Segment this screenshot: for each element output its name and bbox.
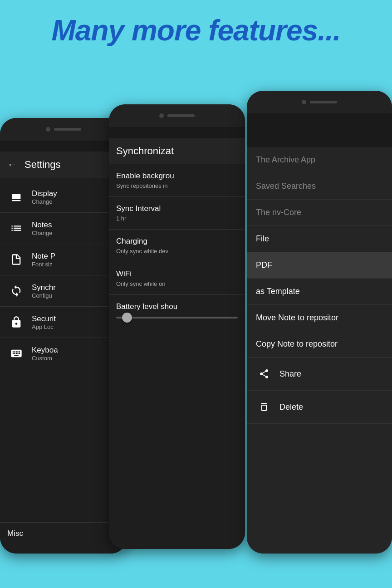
menu-item-move-note[interactable]: Move Note to repositor (247, 305, 392, 331)
misc-label: Misc (7, 529, 23, 538)
menu-item-archive-app[interactable]: The Archive App (247, 147, 392, 173)
phone2-status-bar (109, 127, 245, 138)
phone1-status-bar (0, 141, 127, 152)
sync-icon (7, 282, 25, 300)
copy-note-label: Copy Note to repositor (256, 339, 338, 349)
pdf-label: PDF (256, 260, 272, 270)
sync-list: Enable backgrou Sync repositories in Syn… (109, 164, 245, 326)
share-label: Share (279, 369, 301, 379)
settings-item-sync[interactable]: Synchr Configu (0, 275, 127, 307)
delete-label: Delete (279, 402, 303, 412)
settings-item-note-page[interactable]: Note P Font siz (0, 244, 127, 275)
security-sub: App Loc (32, 323, 120, 330)
phones-container: ← Settings Display Change (0, 91, 392, 588)
security-text: Securit App Loc (32, 314, 120, 330)
notes-text: Notes Change (32, 220, 120, 236)
keyboard-sub: Custom (32, 355, 120, 362)
sync-background-sub: Sync repositories in (116, 182, 238, 189)
sync-background-title: Enable backgrou (116, 172, 238, 181)
sync-interval-sub: 1 hr (116, 215, 238, 222)
sync-screen-title: Synchronizat (116, 145, 238, 157)
sync-wifi-title: WiFi (116, 270, 238, 279)
phone2-camera (159, 113, 164, 118)
notes-title: Notes (32, 220, 120, 230)
nv-core-label: The nv-Core (256, 208, 301, 217)
phone2-speaker (167, 114, 195, 117)
header-title: Many more features... (9, 14, 383, 47)
sync-title: Synchr (32, 283, 120, 292)
phone-settings: ← Settings Display Change (0, 118, 127, 554)
keyboard-title: Keyboa (32, 346, 120, 355)
sync-item-background[interactable]: Enable backgrou Sync repositories in (109, 164, 245, 197)
sync-header: Synchronizat (109, 138, 245, 164)
file-label: File (256, 234, 269, 244)
note-page-sub: Font siz (32, 261, 120, 268)
menu-item-template[interactable]: as Template (247, 279, 392, 305)
phone3-camera (302, 100, 306, 104)
menu-item-saved-searches[interactable]: Saved Searches (247, 173, 392, 200)
menu-item-pdf[interactable]: PDF (247, 252, 392, 279)
notes-icon (7, 219, 25, 237)
slider-thumb[interactable] (122, 313, 132, 323)
speaker-bar (54, 128, 81, 131)
camera-dot (46, 127, 50, 132)
settings-list: Display Change Notes Change (0, 178, 127, 373)
sync-interval-title: Sync Interval (116, 204, 238, 213)
menu-top-bar (247, 124, 392, 147)
display-icon (7, 188, 25, 206)
menu-item-nv-core[interactable]: The nv-Core (247, 200, 392, 226)
keyboard-icon (7, 344, 25, 363)
menu-item-delete[interactable]: Delete (247, 391, 392, 424)
settings-screen: ← Settings Display Change (0, 152, 127, 554)
menu-list: The Archive App Saved Searches The nv-Co… (247, 147, 392, 424)
sync-charging-title: Charging (116, 237, 238, 246)
display-sub: Change (32, 198, 120, 205)
sync-screen: Synchronizat Enable backgrou Sync reposi… (109, 138, 245, 549)
note-page-title: Note P (32, 252, 120, 261)
share-icon (256, 366, 272, 382)
sync-item-battery[interactable]: Battery level shou (109, 295, 245, 326)
phone2-notch (109, 104, 245, 127)
phone3-speaker (310, 101, 337, 103)
notes-sub: Change (32, 230, 120, 236)
misc-item[interactable]: Misc (0, 522, 127, 544)
sync-charging-sub: Only sync while dev (116, 248, 238, 255)
saved-searches-label: Saved Searches (256, 181, 316, 191)
sync-text: Synchr Configu (32, 283, 120, 299)
settings-item-notes[interactable]: Notes Change (0, 213, 127, 244)
sync-item-wifi[interactable]: WiFi Only sync while on (109, 262, 245, 295)
back-arrow-icon[interactable]: ← (7, 159, 17, 171)
phone1-notch (0, 118, 127, 141)
phone3-notch (247, 91, 392, 113)
archive-app-label: The Archive App (256, 155, 315, 165)
security-title: Securit (32, 314, 120, 323)
sync-item-charging[interactable]: Charging Only sync while dev (109, 230, 245, 262)
display-text: Display Change (32, 189, 120, 205)
phone-sync: Synchronizat Enable backgrou Sync reposi… (109, 104, 245, 549)
phone-menu: The Archive App Saved Searches The nv-Co… (247, 91, 392, 554)
sync-sub: Configu (32, 292, 120, 299)
settings-screen-title: Settings (24, 159, 61, 171)
note-page-text: Note P Font siz (32, 252, 120, 268)
settings-item-keyboard[interactable]: Keyboa Custom (0, 338, 127, 369)
settings-header: ← Settings (0, 152, 127, 178)
sync-wifi-sub: Only sync while on (116, 280, 238, 287)
security-icon (7, 313, 25, 331)
menu-screen: The Archive App Saved Searches The nv-Co… (247, 124, 392, 554)
menu-item-file[interactable]: File (247, 226, 392, 252)
sync-item-interval[interactable]: Sync Interval 1 hr (109, 197, 245, 230)
sync-battery-title: Battery level shou (116, 302, 238, 311)
phone3-status-bar (247, 113, 392, 124)
delete-icon (256, 399, 272, 415)
keyboard-text: Keyboa Custom (32, 346, 120, 362)
note-page-icon (7, 250, 25, 269)
settings-item-display[interactable]: Display Change (0, 181, 127, 213)
settings-item-security[interactable]: Securit App Loc (0, 307, 127, 338)
menu-item-share[interactable]: Share (247, 358, 392, 391)
move-note-label: Move Note to repositor (256, 313, 338, 323)
header: Many more features... (0, 0, 392, 56)
menu-item-copy-note[interactable]: Copy Note to repositor (247, 331, 392, 358)
battery-slider[interactable] (116, 317, 238, 318)
template-label: as Template (256, 287, 300, 296)
display-title: Display (32, 189, 120, 198)
